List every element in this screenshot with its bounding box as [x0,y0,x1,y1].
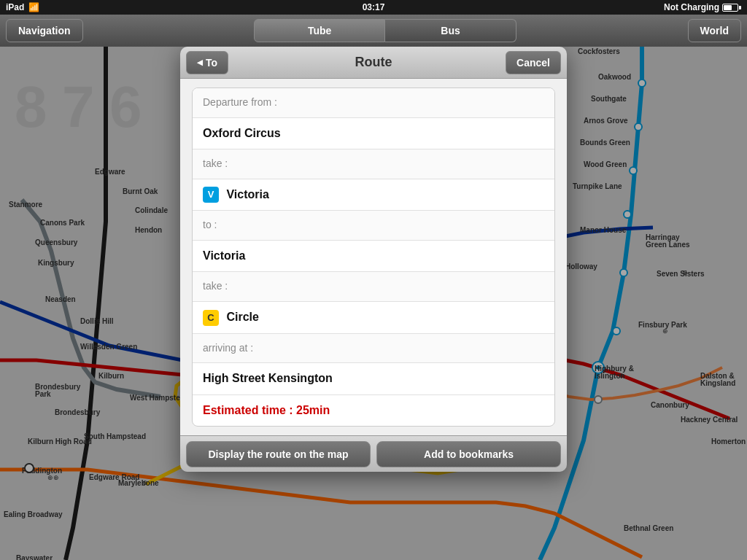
take1-label: take : [203,158,228,169]
to-button[interactable]: To [186,51,228,74]
estimated-row: Estimated time : 25min [193,395,554,426]
clock: 03:17 [363,2,385,12]
route-modal: To Route Cancel Departure from : Oxford … [180,47,567,472]
estimated-label: Estimated time : 25min [203,404,330,416]
to1-value: Victoria [203,249,245,262]
modal-header: To Route Cancel [180,47,567,79]
battery-icon [722,4,741,12]
to1-value-row: Victoria [193,241,554,272]
route-table: Departure from : Oxford Circus take : V … [192,88,555,427]
to1-label-row: to : [193,211,554,241]
modal-footer: Display the route on the map Add to book… [180,435,567,472]
navigation-button[interactable]: Navigation [6,19,83,42]
circle-badge: C [203,310,219,326]
take1-label-row: take : [193,149,554,179]
departure-value-row: Oxford Circus [193,118,554,149]
take2-label-row: take : [193,272,554,302]
toolbar: Navigation Tube Bus World [0,15,747,47]
add-bookmark-button[interactable]: Add to bookmarks [376,441,561,467]
take2-line-value: Circle [226,311,258,323]
cancel-button[interactable]: Cancel [506,51,561,74]
status-bar: iPad 📶 03:17 Not Charging [0,0,747,15]
to1-label: to : [203,219,217,230]
departure-label-row: Departure from : [193,88,554,118]
modal-body: Departure from : Oxford Circus take : V … [180,79,567,435]
tube-button[interactable]: Tube [254,19,385,42]
arriving-value: High Street Kensington [203,372,333,384]
arriving-label: arriving at : [203,342,253,354]
charging-label: Not Charging [664,2,719,12]
victoria-badge: V [203,187,219,203]
modal-title: Route [355,55,392,70]
device-label: iPad [6,2,24,12]
take1-line-value: Victoria [226,188,268,201]
take2-value-row: C Circle [193,302,554,334]
display-route-button[interactable]: Display the route on the map [186,441,371,467]
world-button[interactable]: World [688,19,741,42]
wifi-icon: 📶 [28,2,39,12]
bus-button[interactable]: Bus [385,19,516,42]
departure-label: Departure from : [203,96,277,108]
arriving-label-row: arriving at : [193,334,554,364]
arriving-value-row: High Street Kensington [193,363,554,394]
take2-label: take : [203,280,228,292]
take1-value-row: V Victoria [193,179,554,211]
departure-value: Oxford Circus [203,127,281,139]
